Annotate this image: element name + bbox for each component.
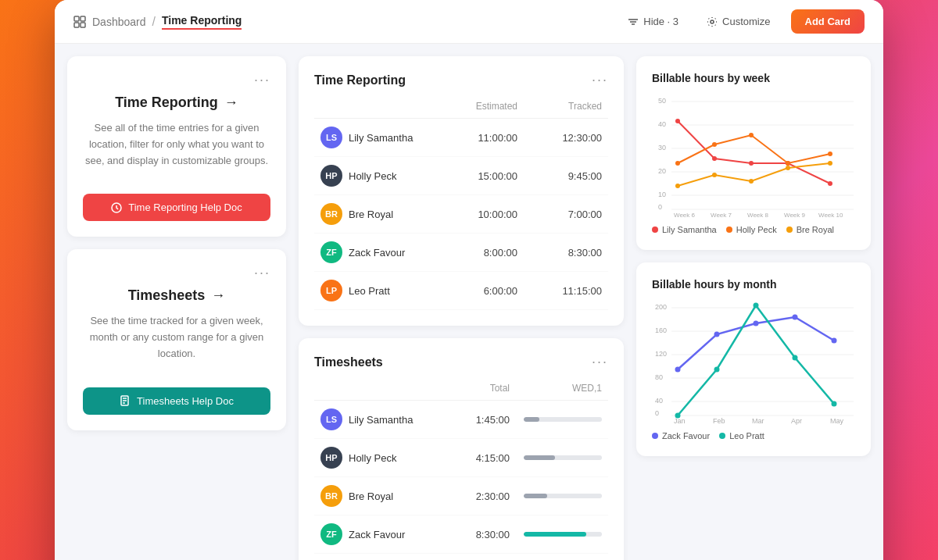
middle-column: Time Reporting ··· Estimated Tracked LS … [299, 56, 624, 560]
svg-rect-0 [74, 16, 79, 21]
doc-icon [120, 395, 131, 406]
user-cell: LS Lily Samantha [320, 408, 446, 430]
total-val: 1:45:00 [446, 414, 516, 426]
col-estimated: Estimated [446, 101, 524, 112]
user-cell: HP Holly Peck [320, 165, 446, 187]
avatar: HP [320, 165, 342, 187]
avatar: ZF [320, 523, 342, 545]
avatar: BR [320, 485, 342, 507]
progress-container [516, 494, 602, 498]
hide-button[interactable]: Hide · 3 [620, 11, 686, 32]
week-chart-svg: 50 40 30 20 10 0 Week 6 [652, 94, 855, 219]
svg-point-64 [793, 355, 798, 361]
svg-rect-1 [81, 16, 85, 21]
progress-container [516, 532, 602, 537]
svg-text:30: 30 [658, 144, 666, 152]
svg-text:50: 50 [658, 97, 666, 105]
time-reporting-info-desc: See all of the time entries for a given … [83, 120, 270, 169]
svg-text:Week 6: Week 6 [674, 212, 696, 219]
main-container: Dashboard / Time Reporting Hide · 3 Cust… [55, 0, 883, 560]
total-val: 2:30:00 [446, 490, 516, 502]
customize-button[interactable]: Customize [699, 11, 778, 32]
legend-item: Lily Samantha [652, 225, 717, 234]
svg-text:120: 120 [655, 350, 667, 358]
user-name: Leo Pratt [349, 285, 390, 297]
content-grid: ··· Time Reporting → See all of the time… [55, 44, 883, 560]
progress-bar [524, 494, 547, 498]
timesheets-table-menu[interactable]: ··· [592, 354, 608, 370]
svg-text:40: 40 [658, 120, 666, 128]
timesheets-menu-button[interactable]: ··· [254, 265, 270, 281]
hide-icon [628, 16, 639, 27]
svg-point-30 [712, 142, 717, 147]
progress-bar [524, 455, 555, 460]
progress-bar [524, 417, 539, 422]
time-reporting-table-title: Time Reporting [314, 73, 406, 87]
timesheets-info-title: Timesheets → [83, 287, 270, 304]
svg-text:Jan: Jan [674, 417, 686, 425]
progress-bar-container [524, 532, 602, 537]
svg-point-38 [828, 161, 832, 166]
top-actions: Hide · 3 Customize Add Card [620, 9, 865, 34]
svg-point-57 [714, 332, 720, 337]
svg-point-34 [675, 184, 680, 188]
add-card-button[interactable]: Add Card [791, 9, 865, 34]
billable-week-chart-title: Billable hours by week [652, 72, 855, 84]
col-tracked: Tracked [524, 101, 602, 112]
gear-icon [707, 16, 718, 27]
svg-text:Mar: Mar [752, 417, 764, 425]
svg-point-60 [832, 338, 837, 344]
estimated-val: 10:00:00 [446, 209, 524, 220]
legend-label: Holly Peck [736, 225, 777, 234]
timesheets-table-header: Timesheets ··· [314, 354, 608, 370]
progress-bar-container [524, 455, 602, 460]
svg-text:80: 80 [655, 373, 663, 381]
card-menu-time-reporting: ··· [83, 72, 270, 88]
timesheets-info-desc: See the time tracked for a given week, m… [83, 313, 270, 362]
billable-month-chart-card: Billable hours by month 200 160 120 80 4… [636, 262, 871, 456]
left-column: ··· Time Reporting → See all of the time… [67, 56, 286, 560]
breadcrumb: Dashboard / Time Reporting [73, 14, 242, 30]
time-reporting-help-button[interactable]: Time Reporting Help Doc [83, 194, 270, 221]
progress-bar [524, 532, 586, 537]
dashboard-icon [73, 16, 86, 28]
avatar: BR [320, 203, 342, 225]
legend-label: Zack Favour [662, 431, 710, 441]
legend-dot [719, 433, 725, 439]
tracked-val: 11:15:00 [524, 285, 602, 297]
table-row: LS Lily Samantha 1:45:00 [314, 401, 608, 439]
avatar: LS [320, 127, 342, 148]
tracked-val: 9:45:00 [524, 170, 602, 182]
svg-point-62 [714, 367, 720, 373]
avatar: LS [320, 408, 342, 430]
legend-dot [786, 226, 793, 233]
total-val: 4:15:00 [446, 452, 516, 464]
user-cell: BR Bre Royal [320, 485, 446, 507]
time-reporting-table-menu[interactable]: ··· [592, 72, 608, 88]
svg-point-37 [786, 166, 790, 170]
time-reporting-table-header: Time Reporting ··· [314, 72, 608, 88]
week-chart-legend: Lily Samantha Holly Peck Bre Royal [652, 225, 855, 234]
month-chart-legend: Zack Favour Leo Pratt [652, 431, 855, 441]
table-row: ZF Zack Favour 8:00:00 8:30:00 [314, 234, 608, 272]
timesheets-help-button[interactable]: Timesheets Help Doc [83, 387, 270, 415]
svg-point-58 [754, 321, 759, 326]
svg-text:0: 0 [655, 409, 659, 417]
timesheets-table-card: Timesheets ··· Total WED,1 LS Lily Saman… [299, 338, 624, 560]
arrow-icon: → [224, 95, 238, 111]
svg-point-56 [675, 367, 681, 373]
svg-point-65 [832, 401, 837, 407]
user-cell: BR Bre Royal [320, 203, 446, 225]
tracked-val: 8:30:00 [524, 247, 602, 259]
svg-text:0: 0 [658, 203, 662, 211]
user-name: Bre Royal [349, 209, 393, 220]
estimated-val: 15:00:00 [446, 170, 524, 182]
time-reporting-menu-button[interactable]: ··· [254, 72, 270, 88]
legend-label: Bre Royal [797, 225, 834, 234]
time-reporting-info-card: ··· Time Reporting → See all of the time… [67, 56, 286, 237]
timesheets-info-card: ··· Timesheets → See the time tracked fo… [67, 249, 286, 430]
billable-week-chart-card: Billable hours by week 50 40 30 20 10 0 [636, 56, 871, 250]
svg-text:20: 20 [658, 167, 666, 175]
user-name: Zack Favour [349, 529, 405, 540]
total-val: 8:30:00 [446, 529, 516, 540]
